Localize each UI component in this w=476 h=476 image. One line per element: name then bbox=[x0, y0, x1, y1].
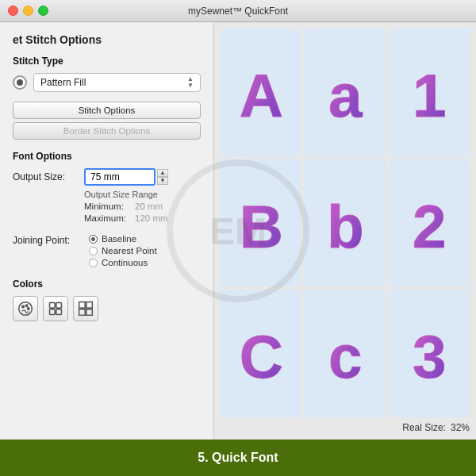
svg-point-1 bbox=[22, 305, 24, 308]
letter-grid: A a bbox=[221, 29, 470, 417]
maximum-value: 120 mm bbox=[135, 213, 168, 223]
joining-point-label: Joining Point: bbox=[13, 234, 84, 246]
select-arrows-icon: ▲▼ bbox=[187, 76, 194, 89]
joining-radio-group: Baseline Nearest Point Continuous bbox=[89, 234, 157, 267]
window-title: mySewnet™ QuickFont bbox=[188, 6, 288, 17]
right-panel: A a bbox=[214, 22, 476, 440]
svg-text:b: b bbox=[327, 193, 364, 260]
maximize-button[interactable] bbox=[38, 6, 48, 16]
svg-text:2: 2 bbox=[413, 193, 447, 260]
stitch-type-section: Stitch Type Pattern Fill ▲▼ bbox=[13, 56, 201, 92]
svg-rect-7 bbox=[56, 309, 62, 315]
svg-rect-10 bbox=[79, 309, 86, 316]
nearest-point-option[interactable]: Nearest Point bbox=[89, 246, 157, 255]
continuous-radio[interactable] bbox=[89, 259, 98, 267]
svg-text:c: c bbox=[328, 323, 363, 390]
output-size-label: Output Size: bbox=[13, 171, 84, 182]
panel-title: et Stitch Options bbox=[13, 33, 201, 46]
svg-point-3 bbox=[28, 308, 30, 310]
svg-rect-8 bbox=[79, 302, 86, 309]
window-controls[interactable] bbox=[8, 6, 48, 16]
letter-cell-b: b bbox=[305, 159, 386, 287]
stitch-type-label: Stitch Type bbox=[13, 56, 201, 67]
minimum-row: Minimum: 20 mm bbox=[84, 202, 201, 211]
svg-point-0 bbox=[19, 302, 33, 316]
svg-rect-5 bbox=[56, 303, 62, 309]
window-content: et Stitch Options Stitch Type Pattern Fi… bbox=[0, 22, 476, 440]
svg-text:A: A bbox=[239, 62, 282, 129]
letter-cell-A: A bbox=[221, 29, 301, 156]
svg-rect-11 bbox=[86, 309, 93, 316]
letter-cell-B: B bbox=[221, 159, 301, 287]
bottom-bar-text: 5. Quick Font bbox=[198, 451, 278, 465]
bottom-bar: 5. Quick Font bbox=[0, 440, 476, 476]
joining-row: Joining Point: Baseline Nearest Point Co… bbox=[13, 234, 201, 267]
letter-cell-1: 1 bbox=[389, 29, 470, 156]
spin-up-icon[interactable]: ▲ bbox=[157, 169, 168, 177]
svg-text:B: B bbox=[239, 193, 282, 260]
nearest-point-radio[interactable] bbox=[89, 247, 98, 255]
baseline-label: Baseline bbox=[102, 234, 136, 244]
baseline-radio[interactable] bbox=[89, 235, 98, 244]
svg-rect-4 bbox=[50, 303, 56, 309]
stitch-type-select[interactable]: Pattern Fill ▲▼ bbox=[33, 73, 201, 92]
baseline-option[interactable]: Baseline bbox=[89, 234, 157, 244]
title-bar: mySewnet™ QuickFont bbox=[0, 0, 476, 22]
svg-text:3: 3 bbox=[413, 323, 447, 390]
palette-button[interactable] bbox=[13, 296, 38, 321]
maximum-label: Maximum: bbox=[84, 213, 135, 223]
output-size-spinner[interactable]: ▲ ▼ bbox=[157, 169, 168, 185]
letter-cell-C: C bbox=[221, 290, 301, 417]
continuous-label: Continuous bbox=[102, 258, 148, 267]
color-picker-button[interactable] bbox=[43, 296, 68, 321]
minimize-button[interactable] bbox=[23, 6, 33, 16]
stitch-options-button[interactable]: Stitch Options bbox=[13, 102, 201, 119]
svg-text:1: 1 bbox=[413, 62, 447, 129]
output-range-label: Output Size Range bbox=[84, 190, 201, 199]
nearest-point-label: Nearest Point bbox=[102, 246, 157, 255]
maximum-row: Maximum: 120 mm bbox=[84, 213, 201, 223]
font-options-section: Font Options Output Size: ▲ ▼ Output Siz… bbox=[13, 151, 201, 223]
real-size-label: Real Size: bbox=[402, 422, 446, 433]
svg-point-2 bbox=[25, 305, 28, 307]
minimum-label: Minimum: bbox=[84, 202, 135, 211]
letter-cell-a: a bbox=[305, 29, 386, 156]
pattern-fill-radio[interactable] bbox=[13, 75, 27, 90]
color-icons-row bbox=[13, 296, 201, 321]
output-size-row: Output Size: ▲ ▼ bbox=[13, 168, 201, 186]
letter-cell-3: 3 bbox=[389, 290, 470, 417]
svg-rect-9 bbox=[86, 302, 93, 309]
left-panel: et Stitch Options Stitch Type Pattern Fi… bbox=[0, 22, 214, 440]
colors-section: Colors bbox=[13, 278, 201, 321]
letter-cell-2: 2 bbox=[389, 159, 470, 287]
minimum-value: 20 mm bbox=[135, 202, 163, 211]
close-button[interactable] bbox=[8, 6, 18, 16]
continuous-option[interactable]: Continuous bbox=[89, 258, 157, 267]
letter-cell-c: c bbox=[305, 290, 386, 417]
stitch-buttons: Stitch Options Border Stitch Options bbox=[13, 102, 201, 140]
joining-point-section: Joining Point: Baseline Nearest Point Co… bbox=[13, 234, 201, 267]
real-size-value: 32% bbox=[451, 422, 470, 433]
svg-rect-6 bbox=[50, 309, 56, 315]
color-grid-button[interactable] bbox=[73, 296, 98, 321]
spin-down-icon[interactable]: ▼ bbox=[157, 177, 168, 185]
stitch-type-value: Pattern Fill bbox=[40, 77, 86, 88]
colors-label: Colors bbox=[13, 278, 201, 290]
stitch-type-row: Pattern Fill ▲▼ bbox=[13, 73, 201, 92]
border-stitch-button[interactable]: Border Stitch Options bbox=[13, 122, 201, 140]
svg-text:C: C bbox=[239, 323, 282, 390]
font-options-label: Font Options bbox=[13, 151, 201, 162]
real-size-row: Real Size: 32% bbox=[221, 417, 470, 433]
svg-text:a: a bbox=[328, 62, 363, 129]
output-size-input[interactable] bbox=[84, 168, 155, 186]
